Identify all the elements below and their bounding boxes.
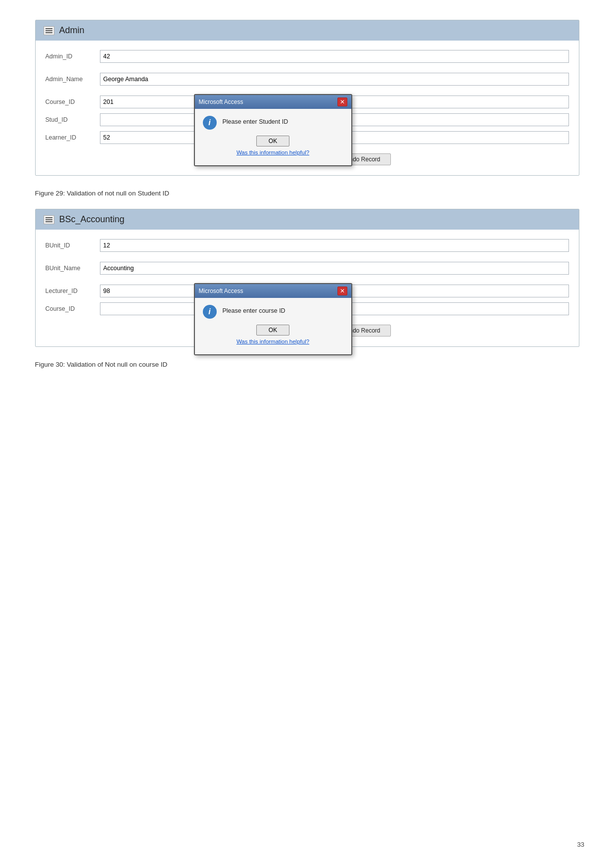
- admin-form-body: Admin_ID Admin_Name Course_ID Stud: [36, 41, 579, 175]
- learner-id-label: Learner_ID: [46, 134, 100, 141]
- admin-info-icon: i: [203, 116, 217, 130]
- bsc-dialog-message-row: i Please enter course ID: [203, 305, 343, 319]
- bunit-id-input[interactable]: [100, 239, 569, 252]
- admin-ms-dialog: Microsoft Access ✕ i Plea: [194, 94, 352, 166]
- figure-caption-2: Figure 30: Validation of Not null on cou…: [35, 361, 579, 368]
- admin-id-label: Admin_ID: [46, 53, 100, 60]
- course-id-label: Course_ID: [46, 98, 100, 105]
- bunit-name-row: BUnit_Name: [46, 260, 569, 276]
- bsc-dialog-message: Please enter course ID: [223, 305, 285, 316]
- bsc-dialog-titlebar: Microsoft Access ✕: [195, 284, 351, 298]
- form-icon: [44, 26, 54, 35]
- bsc-dialog-overlay: Microsoft Access ✕ i Plea: [194, 283, 352, 355]
- admin-form-title: Admin: [59, 25, 85, 36]
- page-number: 33: [577, 841, 584, 848]
- course-id-label-2: Course_ID: [46, 305, 100, 312]
- figure-caption-1: Figure 29: Validation of not null on Stu…: [35, 190, 579, 197]
- bsc-accounting-form: BSc_Accounting BUnit_ID BUnit_Name Lectu…: [35, 209, 579, 347]
- admin-name-row: Admin_Name: [46, 71, 569, 87]
- admin-form-header: Admin: [36, 20, 579, 41]
- admin-id-input[interactable]: [100, 50, 569, 63]
- bunit-name-label: BUnit_Name: [46, 265, 100, 272]
- admin-name-label: Admin_Name: [46, 76, 100, 83]
- bsc-form-body: BUnit_ID BUnit_Name Lecturer_ID Co: [36, 230, 579, 346]
- admin-dialog-footer: OK Was this information helpful?: [203, 136, 343, 160]
- bsc-dialog-ok-button[interactable]: OK: [256, 325, 289, 336]
- admin-dialog-ok-button[interactable]: OK: [256, 136, 289, 146]
- admin-dialog-titlebar: Microsoft Access ✕: [195, 95, 351, 109]
- bsc-dialog-body: i Please enter course ID OK Was this inf…: [195, 298, 351, 354]
- admin-name-input[interactable]: [100, 73, 569, 86]
- bunit-name-input[interactable]: [100, 262, 569, 275]
- bunit-id-label: BUnit_ID: [46, 242, 100, 249]
- admin-dialog-message-row: i Please enter Student ID: [203, 116, 343, 130]
- bunit-id-row: BUnit_ID: [46, 238, 569, 253]
- bsc-form-header: BSc_Accounting: [36, 209, 579, 230]
- admin-dialog-body: i Please enter Student ID OK Was this in…: [195, 109, 351, 165]
- bsc-info-icon: i: [203, 305, 217, 319]
- bsc-dialog-close-button[interactable]: ✕: [337, 287, 347, 295]
- admin-dialog-overlay: Microsoft Access ✕ i Plea: [194, 94, 352, 166]
- bsc-dialog-footer: OK Was this information helpful?: [203, 325, 343, 349]
- admin-id-row: Admin_ID: [46, 48, 569, 64]
- admin-dialog-close-button[interactable]: ✕: [337, 97, 347, 106]
- bsc-form-title: BSc_Accounting: [59, 214, 125, 225]
- admin-dialog-message: Please enter Student ID: [223, 116, 288, 127]
- bsc-dialog-help-link[interactable]: Was this information helpful?: [236, 338, 309, 344]
- admin-form: Admin Admin_ID Admin_Name Course_ID: [35, 20, 579, 176]
- bsc-form-icon: [44, 215, 54, 224]
- bsc-dialog-title: Microsoft Access: [199, 288, 243, 294]
- bsc-ms-dialog: Microsoft Access ✕ i Plea: [194, 283, 352, 355]
- admin-dialog-title: Microsoft Access: [199, 98, 243, 105]
- lecturer-id-label: Lecturer_ID: [46, 288, 100, 294]
- admin-dialog-help-link[interactable]: Was this information helpful?: [236, 149, 309, 155]
- stud-id-label: Stud_ID: [46, 116, 100, 123]
